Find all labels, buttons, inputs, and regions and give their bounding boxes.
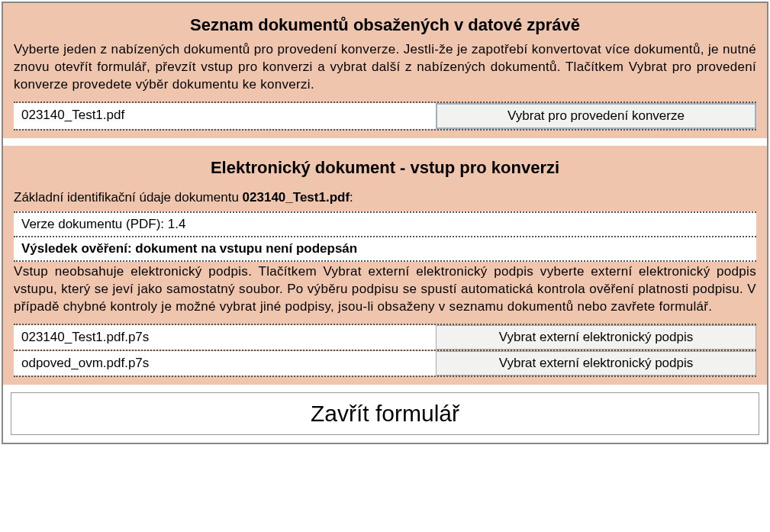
section2-title: Elektronický dokument - vstup pro konver…	[14, 152, 756, 182]
form-container: Seznam dokumentů obsažených v datové zpr…	[2, 2, 768, 444]
section1-description: Vyberte jeden z nabízených dokumentů pro…	[14, 40, 756, 102]
signature-row: 023140_Test1.pdf.p7s Vybrat externí elek…	[14, 324, 756, 351]
signature-filename: 023140_Test1.pdf.p7s	[14, 325, 436, 350]
close-form-button[interactable]: Zavřít formulář	[11, 392, 759, 435]
pdf-version-line: Verze dokumentu (PDF): 1.4	[14, 211, 756, 237]
select-external-signature-button[interactable]: Vybrat externí elektronický podpis	[436, 325, 756, 350]
subheader-prefix: Základní identifikační údaje dokumentu	[14, 190, 243, 205]
section2-subheader: Základní identifikační údaje dokumentu 0…	[14, 182, 756, 211]
document-filename: 023140_Test1.pdf	[14, 103, 436, 129]
verification-result-line: Výsledek ověření: dokument na vstupu nen…	[14, 237, 756, 262]
subheader-suffix: :	[350, 190, 353, 205]
section2-description: Vstup neobsahuje elektronický podpis. Tl…	[14, 262, 756, 324]
signature-filename: odpoved_ovm.pdf.p7s	[14, 351, 436, 376]
signature-row: odpoved_ovm.pdf.p7s Vybrat externí elekt…	[14, 351, 756, 377]
select-external-signature-button[interactable]: Vybrat externí elektronický podpis	[436, 351, 756, 376]
document-row: 023140_Test1.pdf Vybrat pro provedení ko…	[14, 102, 756, 131]
section-electronic-document: Elektronický dokument - vstup pro konver…	[3, 146, 767, 385]
section1-title: Seznam dokumentů obsažených v datové zpr…	[14, 9, 756, 40]
section-document-list: Seznam dokumentů obsažených v datové zpr…	[3, 3, 767, 146]
select-for-conversion-button[interactable]: Vybrat pro provedení konverze	[436, 103, 756, 129]
close-wrap: Zavřít formulář	[3, 385, 767, 443]
subheader-docname: 023140_Test1.pdf	[243, 190, 350, 205]
